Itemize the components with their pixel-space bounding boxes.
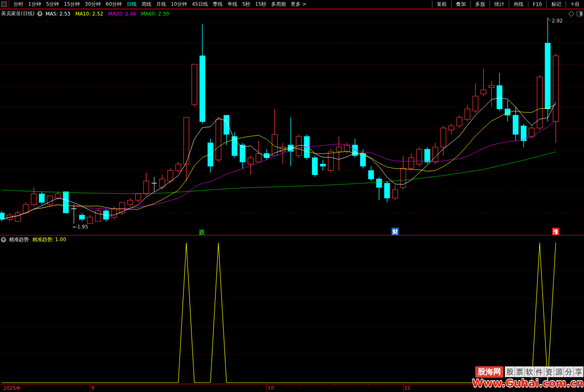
ma5-line <box>2 98 556 219</box>
period-tab-月线[interactable]: 月线 <box>154 1 168 8</box>
ma-label: MA20: 2.44 <box>108 11 136 17</box>
title-bar: 美克家居(日线) ▼ MA5: 2.53MA10: 2.52MA20: 2.44… <box>0 9 584 18</box>
watermark-tagline-char: 源 <box>554 366 564 377</box>
marker-跌: 跌 <box>199 229 205 235</box>
indicator-label-row: ▼ 精准趋势 精准趋势: 1.00 <box>0 236 66 243</box>
tool-button-统计[interactable]: 统计 <box>490 1 509 8</box>
ma-label: MA10: 2.52 <box>75 11 103 17</box>
diamond-icon[interactable] <box>568 11 574 16</box>
ma10-line <box>2 105 556 220</box>
watermark-tagline-char: 享 <box>573 366 584 377</box>
tool-button-画线[interactable]: 画线 <box>509 1 528 8</box>
chevron-down-icon[interactable]: ▼ <box>1 237 6 242</box>
tool-button-标记[interactable]: 标记 <box>546 1 566 8</box>
axis-minor-tick <box>335 384 335 386</box>
axis-year-label: 2025年 <box>3 385 21 392</box>
corner-icons <box>569 11 583 16</box>
period-tab-5分钟[interactable]: 5分钟 <box>44 1 62 8</box>
period-tab-分时[interactable]: 分时 <box>11 1 26 8</box>
period-tab-15分钟[interactable]: 15分钟 <box>61 1 82 8</box>
period-tab-多周期[interactable]: 多周期 <box>269 1 289 8</box>
indicator-svg <box>0 235 584 384</box>
signal-markers: 跌财涨 <box>199 228 559 235</box>
watermark-tagline-char: 股 <box>505 366 515 377</box>
period-tab-60分钟[interactable]: 60分钟 <box>103 1 124 8</box>
watermark-url: Www.Guhai.com.cn <box>472 378 584 388</box>
axis-month-tick <box>266 384 267 392</box>
watermark-tagline-char: 票 <box>515 366 525 377</box>
marker-涨: 涨 <box>553 228 559 235</box>
candlestick-svg: 2.92←1.95跌财涨 <box>0 18 584 235</box>
period-tab-15秒[interactable]: 15秒 <box>253 1 269 8</box>
tool-button-F10[interactable]: F10 <box>528 2 546 7</box>
period-tab-季线[interactable]: 季线 <box>210 1 225 8</box>
ma-label: MA5: 2.53 <box>45 11 70 17</box>
axis-month-label-9: 9 <box>91 385 94 391</box>
ma20-line <box>2 120 556 219</box>
period-tab-年线[interactable]: 年线 <box>225 1 240 8</box>
watermark-tagline-char: 资 <box>544 366 554 377</box>
watermark-site-badge: 股海网 <box>475 366 503 378</box>
period-tab-周线[interactable]: 周线 <box>139 1 154 8</box>
tool-button-叠加[interactable]: 叠加 <box>451 1 470 8</box>
period-tab-10分钟[interactable]: 10分钟 <box>168 1 189 8</box>
price-annotations: 2.92←1.95 <box>73 18 563 230</box>
chevron-down-icon[interactable]: ▼ <box>37 11 43 16</box>
panel-layout-icon[interactable] <box>577 11 583 16</box>
high-price-label: 2.92 <box>552 18 563 24</box>
indicator-signal-line <box>2 243 556 383</box>
period-tab-45日线[interactable]: 45日线 <box>189 1 210 8</box>
watermark-row: 股海网 股票软件资源分享 <box>475 366 584 378</box>
watermark-tagline: 股票软件资源分享 <box>505 366 584 378</box>
axis-month-tick <box>90 384 90 392</box>
period-tab-30分钟[interactable]: 30分钟 <box>83 1 103 8</box>
axis-minor-tick <box>369 384 369 386</box>
period-tabs: 分时1分钟5分钟15分钟30分钟60分钟日线周线月线10分钟45日线季线年线5秒… <box>11 1 309 8</box>
ma-label: MA60: 2.30 <box>141 11 169 17</box>
watermark-tagline-char: 件 <box>534 366 544 377</box>
period-tab-5秒[interactable]: 5秒 <box>240 1 253 8</box>
toolbar-buttons: 复权叠加多股统计画线F10标记+自 <box>432 1 584 8</box>
axis-month-tick <box>403 384 403 392</box>
tool-button-多股[interactable]: 多股 <box>470 1 490 8</box>
watermark-tagline-char: 软 <box>524 366 535 377</box>
ma60-line <box>2 152 556 193</box>
tool-button-+自[interactable]: +自 <box>566 1 584 8</box>
tool-button-复权[interactable]: 复权 <box>432 1 451 8</box>
low-price-label: ←1.95 <box>73 224 88 230</box>
menu-bar: 分时1分钟5分钟15分钟30分钟60分钟日线周线月线10分钟45日线季线年线5秒… <box>0 0 584 9</box>
period-tab-日线[interactable]: 日线 <box>124 1 139 8</box>
instrument-title: 美克家居(日线) <box>1 10 34 17</box>
period-tab-1分钟[interactable]: 1分钟 <box>26 1 44 8</box>
axis-minor-tick <box>301 384 301 386</box>
period-tab-更多 >[interactable]: 更多 > <box>289 1 309 8</box>
ma-values: MA5: 2.53MA10: 2.52MA20: 2.44MA60: 2.30 <box>45 11 174 17</box>
main-candlestick-chart[interactable]: 2.92←1.95跌财涨 <box>0 18 584 235</box>
marker-财: 财 <box>392 228 398 235</box>
menu-divider <box>8 0 9 9</box>
axis-month-label-11: 11 <box>404 385 410 391</box>
indicator-gridlines <box>0 271 584 354</box>
watermark: 股海网 股票软件资源分享 Www.Guhai.com.cn <box>472 366 584 388</box>
indicator-panel[interactable] <box>0 235 584 384</box>
app-window-icon[interactable] <box>1 2 7 7</box>
price-gridlines <box>0 22 584 213</box>
watermark-tagline-char: 分 <box>564 366 574 377</box>
candles <box>0 18 558 224</box>
axis-month-label-10: 10 <box>268 385 274 391</box>
indicator-value: 精准趋势: 1.00 <box>32 236 66 243</box>
indicator-name: 精准趋势 <box>9 236 29 243</box>
